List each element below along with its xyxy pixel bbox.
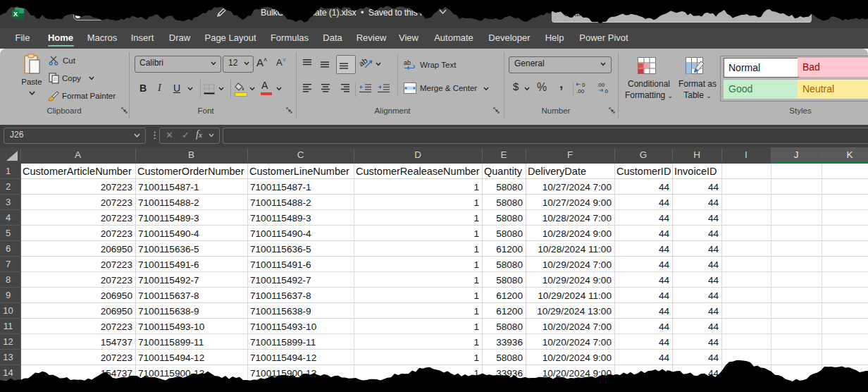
svg-text:.00: .00 xyxy=(576,88,585,94)
svg-text:.00: .00 xyxy=(597,82,605,88)
svg-text:ab: ab xyxy=(404,59,411,66)
svg-text:0: 0 xyxy=(605,88,609,94)
